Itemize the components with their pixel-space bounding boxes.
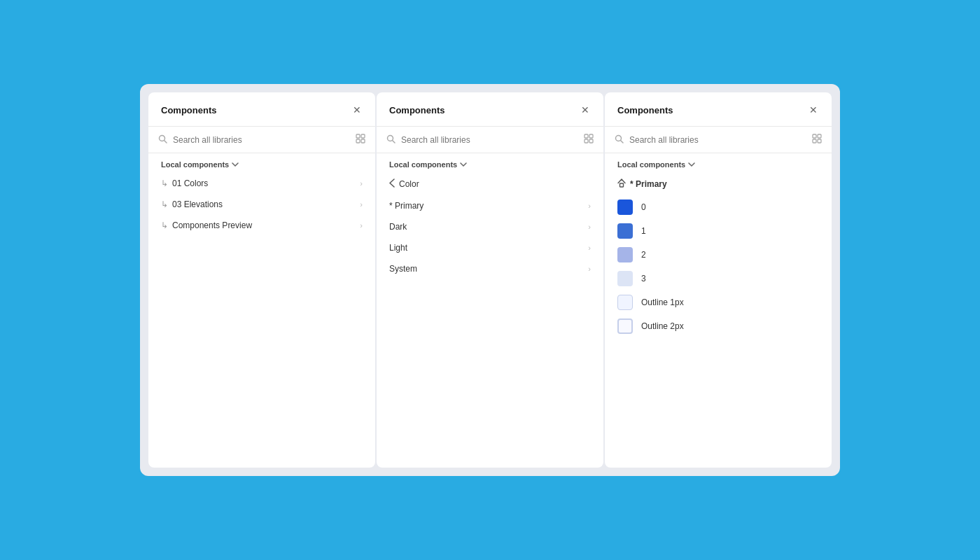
panel-2-section-header[interactable]: Local components	[377, 153, 603, 173]
panel-1-search-input[interactable]	[173, 135, 350, 145]
panel-3-section-label: Local components	[617, 160, 685, 169]
svg-rect-8	[584, 134, 588, 138]
color-item-2[interactable]: 2	[605, 243, 832, 267]
color-item-outline1[interactable]: Outline 1px	[605, 290, 832, 314]
color-label-2: 2	[641, 250, 646, 260]
color-item-1[interactable]: 1	[605, 219, 832, 243]
color-label-1: 1	[641, 226, 646, 236]
main-container: Components ✕ Local components ↳ 01 Color…	[140, 84, 840, 476]
chevron-right-icon: ›	[360, 179, 363, 188]
panel-2-close-button[interactable]: ✕	[580, 104, 591, 116]
color-item-outline2[interactable]: Outline 2px	[605, 314, 832, 338]
chevron-down-icon	[460, 161, 467, 169]
chevron-right-icon: ›	[588, 223, 591, 231]
panel-3-close-button[interactable]: ✕	[808, 104, 819, 116]
svg-line-1	[164, 140, 167, 143]
svg-rect-14	[813, 134, 816, 138]
svg-rect-5	[361, 139, 365, 143]
panel-2-header: Components ✕	[377, 92, 603, 127]
svg-rect-10	[584, 139, 588, 143]
list-item-label: Components Preview	[172, 220, 357, 230]
list-item-label: 01 Colors	[172, 178, 357, 188]
svg-rect-18	[620, 183, 624, 187]
color-swatch-1	[617, 223, 633, 239]
list-item-primary[interactable]: * Primary ›	[377, 195, 603, 216]
chevron-right-icon: ›	[360, 221, 363, 230]
breadcrumb-row: * Primary	[605, 173, 832, 195]
panel-3: Components ✕ Local components * Primary	[605, 92, 832, 468]
panel-3-search-bar	[605, 127, 832, 153]
color-item-0[interactable]: 0	[605, 195, 832, 219]
color-label-0: 0	[641, 202, 646, 212]
panel-1-section-label: Local components	[161, 160, 229, 169]
list-item-label: Dark	[389, 222, 585, 232]
panel-1-header: Components ✕	[148, 92, 375, 127]
color-label-outline1: Outline 1px	[641, 298, 684, 307]
svg-rect-9	[589, 134, 593, 138]
svg-rect-2	[356, 134, 360, 138]
indent-icon: ↳	[161, 200, 168, 209]
chevron-right-icon: ›	[360, 200, 363, 209]
color-label-outline2: Outline 2px	[641, 321, 684, 331]
color-item-3[interactable]: 3	[605, 267, 832, 290]
color-label-3: 3	[641, 274, 646, 284]
svg-rect-15	[818, 134, 821, 138]
panel-3-title: Components	[617, 105, 673, 115]
panel-1: Components ✕ Local components ↳ 01 Color…	[148, 92, 375, 468]
panel-2-back-label: Color	[399, 179, 419, 189]
color-swatch-2	[617, 247, 633, 262]
svg-rect-17	[818, 139, 821, 143]
list-item-label: System	[389, 264, 585, 274]
svg-rect-11	[589, 139, 593, 143]
panel-2-title: Components	[389, 105, 444, 115]
list-item-dark[interactable]: Dark ›	[377, 216, 603, 237]
breadcrumb-label: * Primary	[630, 179, 667, 189]
svg-rect-3	[361, 134, 365, 138]
search-icon	[615, 134, 624, 146]
color-swatch-0	[617, 200, 633, 215]
back-arrow-icon	[389, 178, 395, 190]
grid-icon[interactable]	[356, 134, 365, 146]
panel-1-close-button[interactable]: ✕	[351, 104, 363, 116]
chevron-down-icon	[232, 161, 239, 169]
list-item-system[interactable]: System ›	[377, 258, 603, 279]
svg-rect-4	[356, 139, 360, 143]
panel-2-search-input[interactable]	[401, 135, 578, 145]
panel-1-search-bar	[148, 127, 375, 153]
color-swatch-outline1	[617, 295, 633, 310]
breadcrumb-icon	[617, 178, 626, 190]
panel-1-title: Components	[161, 105, 216, 115]
panel-3-section-header[interactable]: Local components	[605, 153, 832, 173]
grid-icon[interactable]	[584, 134, 594, 146]
svg-line-7	[393, 140, 396, 143]
list-item-label: * Primary	[389, 201, 585, 211]
svg-line-13	[621, 140, 624, 143]
search-icon	[158, 134, 167, 146]
chevron-down-icon	[688, 161, 695, 169]
list-item-components-preview[interactable]: ↳ Components Preview ›	[148, 215, 375, 236]
chevron-right-icon: ›	[588, 202, 591, 210]
panel-3-header: Components ✕	[605, 92, 832, 127]
panel-1-section-header[interactable]: Local components	[148, 153, 375, 173]
panel-2-section-label: Local components	[389, 160, 457, 169]
chevron-right-icon: ›	[588, 265, 591, 273]
panel-2-search-bar	[377, 127, 603, 153]
list-item-label: 03 Elevations	[172, 200, 357, 209]
list-item-elevations[interactable]: ↳ 03 Elevations ›	[148, 194, 375, 215]
panel-3-search-input[interactable]	[629, 135, 806, 145]
search-icon	[386, 134, 396, 146]
grid-icon[interactable]	[812, 134, 822, 146]
list-item-colors[interactable]: ↳ 01 Colors ›	[148, 173, 375, 194]
chevron-right-icon: ›	[588, 244, 591, 252]
indent-icon: ↳	[161, 178, 168, 188]
list-item-label: Light	[389, 243, 585, 253]
panel-2-back-row[interactable]: Color	[377, 173, 603, 195]
list-item-light[interactable]: Light ›	[377, 237, 603, 258]
panel-2: Components ✕ Local components Color *	[377, 92, 603, 468]
svg-rect-16	[813, 139, 816, 143]
color-swatch-outline2	[617, 318, 633, 334]
color-swatch-3	[617, 271, 633, 286]
indent-icon: ↳	[161, 220, 168, 230]
